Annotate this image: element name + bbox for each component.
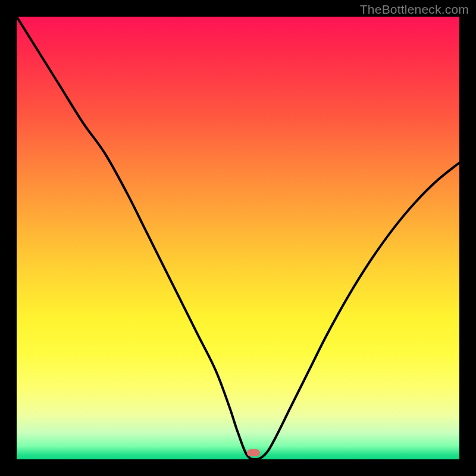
optimum-marker [247,449,260,456]
watermark-text: TheBottleneck.com [360,2,469,17]
chart-frame: TheBottleneck.com [0,0,476,476]
plot-area [17,17,459,459]
bottleneck-curve [17,17,459,459]
